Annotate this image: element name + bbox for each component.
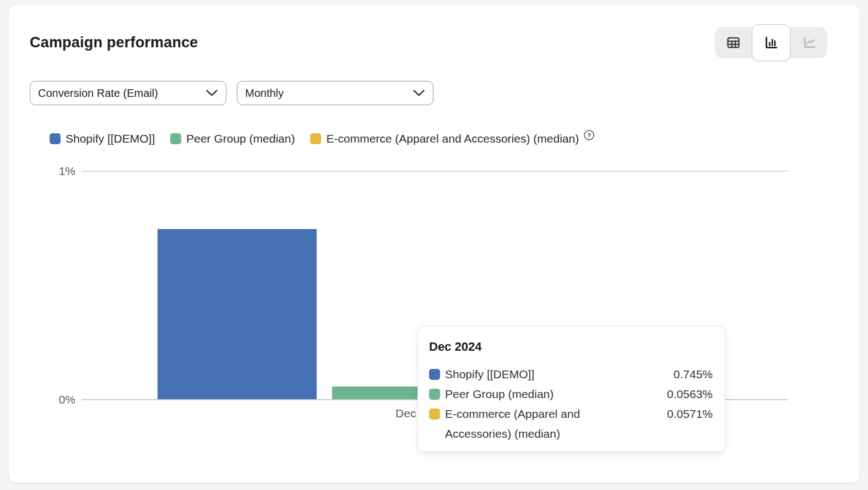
- tooltip-series-label: E-commerce (Apparel and Accessories) (me…: [445, 404, 632, 444]
- tooltip-row-0: Shopify [[DEMO]]0.745%: [429, 364, 713, 384]
- tooltip-series-value: 0.0571%: [632, 404, 713, 424]
- table-view-button[interactable]: [715, 27, 751, 58]
- legend-swatch: [170, 133, 181, 144]
- bar-chart-icon: [763, 35, 779, 51]
- line-chart-icon: [802, 35, 817, 50]
- chart-legend: Shopify [[DEMO]]Peer Group (median)E-com…: [50, 130, 595, 147]
- legend-label: E-commerce (Apparel and Accessories) (me…: [326, 132, 579, 145]
- y-axis-tick-0pct: 0%: [37, 393, 75, 406]
- legend-item-1: Peer Group (median): [170, 132, 295, 145]
- legend-label: Peer Group (median): [186, 132, 295, 145]
- tooltip-swatch: [429, 369, 440, 380]
- table-icon: [726, 35, 741, 50]
- tooltip-row-1: Peer Group (median)0.0563%: [429, 384, 713, 404]
- legend-item-2: E-commerce (Apparel and Accessories) (me…: [310, 132, 579, 145]
- campaign-performance-card: Campaign performance: [9, 6, 859, 483]
- legend-swatch: [310, 133, 321, 144]
- tooltip-series-label: Shopify [[DEMO]]: [445, 364, 632, 384]
- chevron-down-icon: [205, 89, 218, 97]
- legend-item-0: Shopify [[DEMO]]: [50, 132, 155, 145]
- question-mark-circle-icon[interactable]: ?: [583, 129, 595, 141]
- tooltip-swatch: [429, 409, 440, 420]
- tooltip-series-label: Peer Group (median): [445, 384, 632, 404]
- tooltip-series-value: 0.745%: [632, 364, 713, 384]
- period-dropdown[interactable]: Monthly: [237, 81, 433, 105]
- tooltip-title: Dec 2024: [429, 340, 713, 354]
- bar-shopify-demo[interactable]: [158, 229, 317, 399]
- gridline-1pct: [82, 171, 788, 172]
- chart-tooltip: Dec 2024 Shopify [[DEMO]]0.745%Peer Grou…: [417, 326, 725, 452]
- y-axis-tick-1pct: 1%: [37, 165, 75, 178]
- legend-swatch: [50, 133, 61, 144]
- tooltip-swatch: [429, 389, 440, 400]
- svg-text:?: ?: [587, 132, 591, 138]
- view-toggle: [715, 27, 827, 58]
- metric-dropdown-value: Conversion Rate (Email): [38, 87, 158, 100]
- tooltip-row-2: E-commerce (Apparel and Accessories) (me…: [429, 404, 713, 444]
- period-dropdown-value: Monthly: [245, 87, 284, 100]
- legend-label: Shopify [[DEMO]]: [66, 132, 155, 145]
- tooltip-series-value: 0.0563%: [632, 384, 713, 404]
- metric-dropdown[interactable]: Conversion Rate (Email): [30, 81, 226, 105]
- line-chart-view-button[interactable]: [791, 27, 827, 58]
- page-title: Campaign performance: [30, 34, 198, 51]
- bar-chart-view-button[interactable]: [752, 24, 790, 61]
- chevron-down-icon: [413, 89, 425, 97]
